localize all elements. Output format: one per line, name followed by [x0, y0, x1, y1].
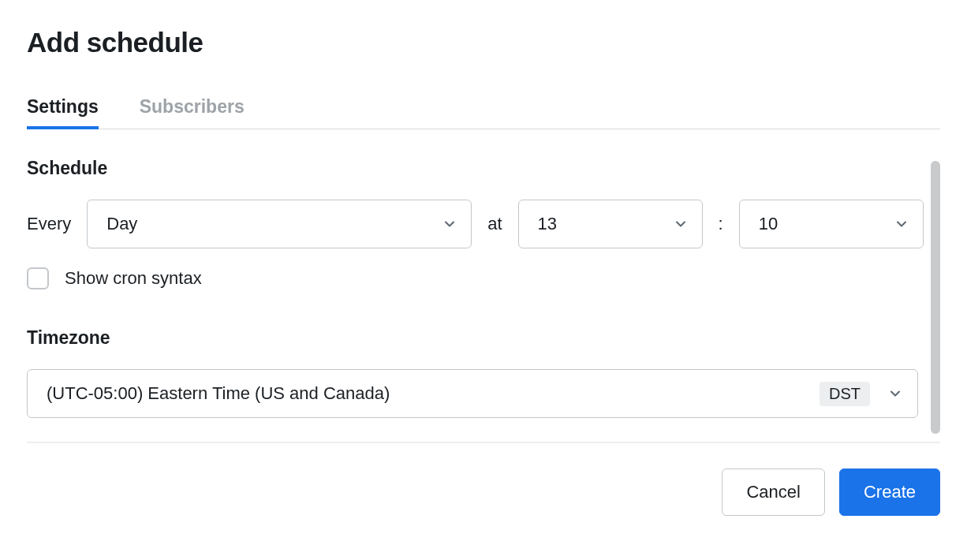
tab-subscribers[interactable]: Subscribers — [140, 96, 245, 129]
minute-select[interactable]: 10 — [739, 200, 924, 248]
at-label: at — [487, 214, 502, 234]
time-separator: : — [719, 214, 723, 234]
tabs: Settings Subscribers — [27, 96, 940, 129]
interval-select[interactable]: Day — [87, 200, 472, 248]
timezone-heading: Timezone — [27, 327, 918, 349]
cancel-button[interactable]: Cancel — [722, 469, 824, 516]
timezone-value: (UTC-05:00) Eastern Time (US and Canada) — [47, 383, 820, 404]
tab-settings[interactable]: Settings — [27, 96, 99, 129]
cron-checkbox-label: Show cron syntax — [65, 268, 202, 289]
chevron-down-icon — [887, 386, 903, 401]
schedule-heading: Schedule — [27, 158, 918, 179]
cron-checkbox-row: Show cron syntax — [27, 267, 918, 289]
timezone-select[interactable]: (UTC-05:00) Eastern Time (US and Canada)… — [27, 369, 918, 418]
every-label: Every — [27, 214, 71, 234]
minute-value: 10 — [759, 214, 778, 234]
content-pane: Schedule Every Day at 13 : — [27, 158, 940, 418]
page-title: Add schedule — [27, 27, 940, 58]
hour-value: 13 — [538, 214, 557, 234]
hour-select[interactable]: 13 — [518, 200, 703, 248]
interval-value: Day — [106, 214, 137, 234]
create-button[interactable]: Create — [839, 469, 940, 516]
footer-actions: Cancel Create — [27, 469, 940, 516]
schedule-row: Every Day at 13 : — [27, 200, 918, 248]
divider — [27, 442, 940, 443]
scrollbar-thumb[interactable] — [931, 161, 940, 434]
dst-badge: DST — [820, 382, 870, 406]
cron-checkbox[interactable] — [27, 267, 49, 289]
